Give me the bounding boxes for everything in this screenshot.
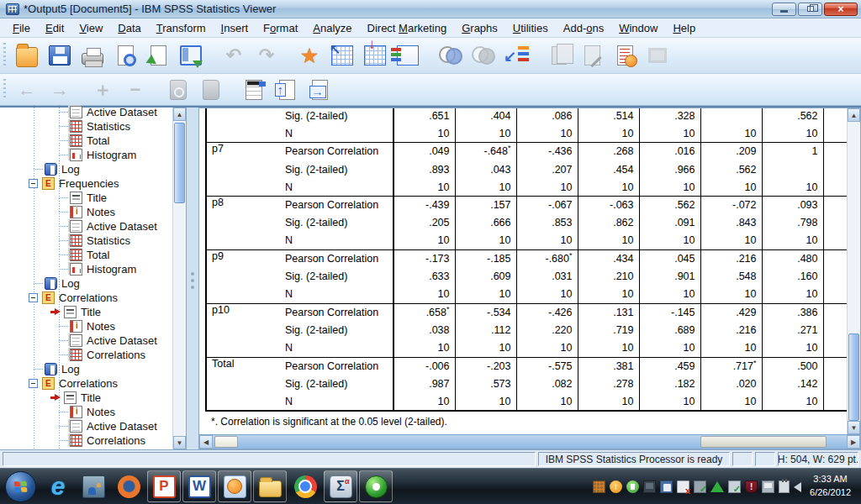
menu-format[interactable]: Format: [256, 20, 305, 36]
tray-volume-icon[interactable]: [794, 482, 801, 492]
content-hscrollbar[interactable]: ◀ ▶: [199, 434, 860, 449]
outline-item-histogram[interactable]: Histogram: [0, 262, 172, 276]
restore-button[interactable]: [798, 3, 822, 16]
scroll-down-icon[interactable]: ▼: [848, 421, 860, 434]
menu-window[interactable]: Window: [611, 20, 665, 36]
outline-size-button[interactable]: [239, 77, 269, 102]
outline-item-total[interactable]: Total: [0, 134, 172, 148]
menu-file[interactable]: File: [5, 20, 38, 36]
outline-item-active-dataset[interactable]: Active Dataset: [0, 419, 172, 433]
taskbar-item-user-accounts[interactable]: [77, 470, 110, 502]
goto-variable-button[interactable]: [360, 41, 390, 70]
scroll-left-icon[interactable]: ◀: [199, 435, 213, 449]
hscroll-secondary-thumb[interactable]: [700, 436, 827, 448]
collapse-expander-icon[interactable]: [29, 293, 38, 302]
tray-green-triangle-app-icon[interactable]: [710, 481, 724, 492]
outline-item-notes[interactable]: Notes: [0, 319, 172, 333]
outline-item-title[interactable]: Title: [0, 305, 172, 319]
tray-updater-icon[interactable]: ↕: [610, 480, 622, 493]
scroll-down-icon[interactable]: ▼: [173, 436, 186, 449]
tray-network-icon[interactable]: [762, 480, 774, 493]
tray-action-center-icon[interactable]: [677, 480, 689, 493]
promote-outline-button[interactable]: [272, 77, 302, 102]
collapse-expander-icon[interactable]: [29, 379, 38, 388]
taskbar-item-word[interactable]: W: [182, 470, 216, 502]
outline-item-statistics[interactable]: Statistics: [0, 234, 172, 248]
menu-utilities[interactable]: Utilities: [505, 20, 556, 36]
tray-green-utility-icon[interactable]: [626, 480, 639, 493]
menu-transform[interactable]: Transform: [149, 20, 214, 36]
menu-analyze[interactable]: Analyze: [305, 20, 359, 36]
outline-tree[interactable]: Active DatasetStatisticsTotalHistogramLo…: [0, 105, 172, 449]
minimize-button[interactable]: [772, 3, 796, 16]
outline-item-correlations[interactable]: Correlations: [0, 433, 172, 448]
taskbar-item-internet-explorer[interactable]: e: [41, 470, 75, 502]
outline-item-title[interactable]: Title: [0, 191, 172, 205]
goto-case-button[interactable]: [327, 41, 357, 70]
open-output-button[interactable]: [12, 41, 42, 70]
outline-item-total[interactable]: Total: [0, 248, 172, 262]
hscroll-thumb[interactable]: [214, 436, 238, 448]
menu-direct-marketing[interactable]: Direct Marketing: [360, 20, 455, 36]
menu-view[interactable]: View: [71, 20, 110, 36]
demote-outline-button[interactable]: [304, 77, 335, 102]
output-viewport[interactable]: Sig. (2-tailed).651.404.086.514.328.562.…: [199, 108, 847, 434]
tray-safely-remove-hardware-icon[interactable]: [694, 480, 706, 493]
start-button[interactable]: [5, 471, 36, 502]
outline-item-active-dataset[interactable]: Active Dataset: [0, 333, 172, 348]
menu-data[interactable]: Data: [110, 20, 148, 36]
outline-item-log[interactable]: Log: [0, 162, 172, 176]
menu-insert[interactable]: Insert: [214, 20, 256, 36]
outline-item-frequencies[interactable]: Frequencies: [0, 176, 172, 191]
tray-photo-tool-icon[interactable]: [660, 480, 673, 493]
outline-item-correlations[interactable]: Correlations: [0, 291, 172, 305]
outline-item-histogram[interactable]: Histogram: [0, 148, 172, 162]
tray-security-alert-icon[interactable]: !: [745, 480, 758, 493]
outline-item-statistics[interactable]: Statistics: [0, 119, 172, 134]
taskbar-item-windows-explorer[interactable]: [253, 470, 287, 502]
menu-add-ons[interactable]: Add-ons: [556, 20, 611, 36]
tray-clipboard-tool-icon[interactable]: [593, 480, 605, 493]
content-scroll-thumb[interactable]: [848, 333, 859, 421]
export-output-button[interactable]: [143, 41, 173, 70]
taskbar-clock[interactable]: 3:33 AM 6/26/2012: [810, 473, 851, 500]
scroll-up-icon[interactable]: ▲: [848, 108, 860, 122]
taskbar-item-spss[interactable]: Σ: [324, 470, 357, 502]
outline-item-active-dataset[interactable]: Active Dataset: [0, 105, 172, 119]
split-file-button[interactable]: [501, 41, 531, 70]
correlations-table[interactable]: Sig. (2-tailed).651.404.086.514.328.562.…: [205, 108, 847, 412]
outline-scrollbar[interactable]: ▲ ▼: [172, 108, 186, 449]
taskbar-item-green-app[interactable]: [359, 470, 393, 502]
outline-item-correlations[interactable]: Correlations: [0, 348, 172, 362]
outline-item-title[interactable]: Title: [0, 391, 172, 405]
dialog-recall-button[interactable]: [176, 41, 206, 70]
scroll-up-icon[interactable]: ▲: [173, 108, 186, 121]
outline-item-notes[interactable]: Notes: [0, 405, 172, 419]
select-cases-button[interactable]: [436, 41, 466, 70]
title-bar[interactable]: *Output5 [Document5] - IBM SPSS Statisti…: [0, 0, 861, 18]
run-script-button[interactable]: [610, 41, 640, 70]
taskbar-item-firefox[interactable]: [112, 470, 145, 502]
collapse-expander-icon[interactable]: [29, 179, 38, 188]
taskbar-item-powerpoint[interactable]: P: [147, 470, 181, 502]
menu-edit[interactable]: Edit: [38, 20, 71, 36]
outline-item-notes[interactable]: Notes: [0, 205, 172, 219]
outline-item-log[interactable]: Log: [0, 362, 172, 376]
variables-button[interactable]: [393, 41, 423, 70]
outline-item-log[interactable]: Log: [0, 276, 172, 291]
scroll-right-icon[interactable]: ▶: [847, 435, 860, 449]
outline-scroll-thumb[interactable]: [174, 123, 185, 203]
taskbar-item-chrome[interactable]: [288, 470, 322, 502]
save-output-button[interactable]: [45, 41, 75, 70]
tray-status-checker-icon[interactable]: [728, 480, 741, 493]
content-vscrollbar[interactable]: ▲ ▼: [847, 108, 860, 434]
taskbar-item-media-player[interactable]: [218, 470, 251, 502]
menu-graphs[interactable]: Graphs: [454, 20, 505, 36]
print-preview-button[interactable]: [110, 41, 140, 70]
pane-splitter[interactable]: [187, 108, 198, 449]
goto-data-button[interactable]: ★: [294, 41, 325, 70]
close-button[interactable]: ×: [824, 3, 858, 16]
menu-help[interactable]: Help: [665, 20, 703, 36]
tray-power-icon[interactable]: [779, 480, 790, 493]
print-button[interactable]: [77, 41, 108, 70]
